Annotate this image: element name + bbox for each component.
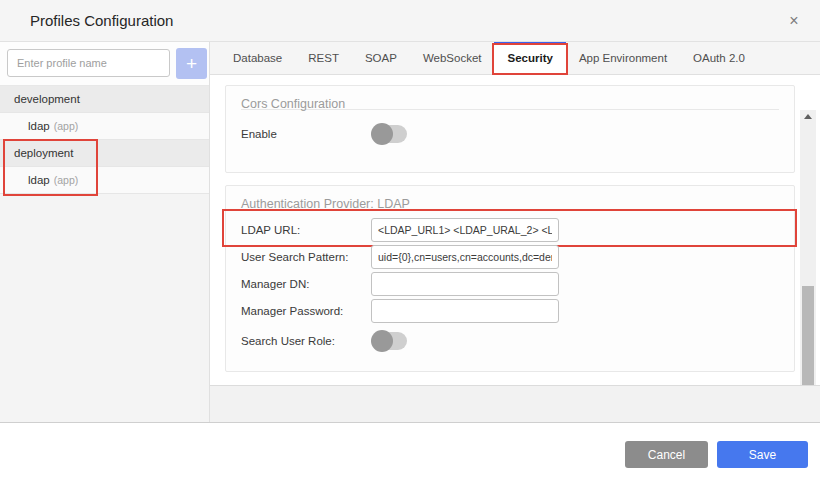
tab-rest[interactable]: REST [295,42,352,75]
save-button[interactable]: Save [717,441,808,468]
profile-item-ldap-app-2[interactable]: ldap(app) [0,167,209,194]
main-panel: Database REST SOAP WebSocket Security Ap… [210,42,820,422]
tab-app-environment[interactable]: App Environment [566,42,680,75]
user-search-pattern-label: User Search Pattern: [241,251,371,263]
cors-configuration-card: Cors Configuration Enable [225,85,795,173]
manager-password-row: Manager Password: [241,298,779,324]
tab-bar: Database REST SOAP WebSocket Security Ap… [210,42,820,75]
tab-database[interactable]: Database [220,42,295,75]
vertical-scrollbar[interactable] [800,110,816,418]
user-search-pattern-input[interactable] [371,245,559,269]
tab-oauth[interactable]: OAuth 2.0 [680,42,758,75]
dialog-header: Profiles Configuration × [0,0,820,42]
ldap-url-input[interactable] [371,218,559,242]
toggle-knob [371,123,393,145]
profiles-configuration-dialog: Profiles Configuration × + development l… [0,0,820,480]
dialog-footer: Cancel Save [0,422,820,480]
profiles-sidebar: + development ldap(app) deployment ldap(… [0,42,210,422]
cors-section-title: Cors Configuration [241,86,779,109]
manager-password-label: Manager Password: [241,305,371,317]
profile-item-deployment[interactable]: deployment [0,140,209,167]
profile-item-ldap-app-1[interactable]: ldap(app) [0,113,209,140]
ldap-url-row: LDAP URL: [241,217,779,243]
cancel-button[interactable]: Cancel [625,441,708,468]
cors-enable-label: Enable [241,128,371,140]
cors-enable-row: Enable [241,124,779,144]
profile-item-development[interactable]: development [0,86,209,113]
ldap-url-label: LDAP URL: [241,224,371,236]
dialog-title: Profiles Configuration [30,0,173,42]
scroll-up-icon[interactable] [800,110,816,122]
tab-soap[interactable]: SOAP [352,42,410,75]
profile-name-input[interactable] [7,49,170,77]
panel-footer-strip [210,385,820,422]
security-tab-content: Cors Configuration Enable Authentication… [210,75,820,385]
manager-dn-row: Manager DN: [241,271,779,297]
add-profile-button[interactable]: + [176,48,207,79]
tab-websocket[interactable]: WebSocket [410,42,495,75]
manager-dn-input[interactable] [371,272,559,296]
toggle-knob [371,330,393,352]
profile-list: development ldap(app) deployment ldap(ap… [0,86,209,194]
search-user-role-label: Search User Role: [241,335,371,347]
cors-enable-toggle[interactable] [371,124,409,144]
close-icon[interactable]: × [780,0,808,42]
user-search-pattern-row: User Search Pattern: [241,244,779,270]
tab-security[interactable]: Security [494,42,565,76]
manager-password-input[interactable] [371,299,559,323]
search-user-role-row: Search User Role: [241,331,779,351]
manager-dn-label: Manager DN: [241,278,371,290]
authentication-provider-card: Authentication Provider: LDAP LDAP URL: … [225,185,795,372]
auth-fields: LDAP URL: User Search Pattern: Manager D… [241,217,779,351]
auth-section-title: Authentication Provider: LDAP [241,186,779,209]
search-user-role-toggle[interactable] [371,331,409,351]
